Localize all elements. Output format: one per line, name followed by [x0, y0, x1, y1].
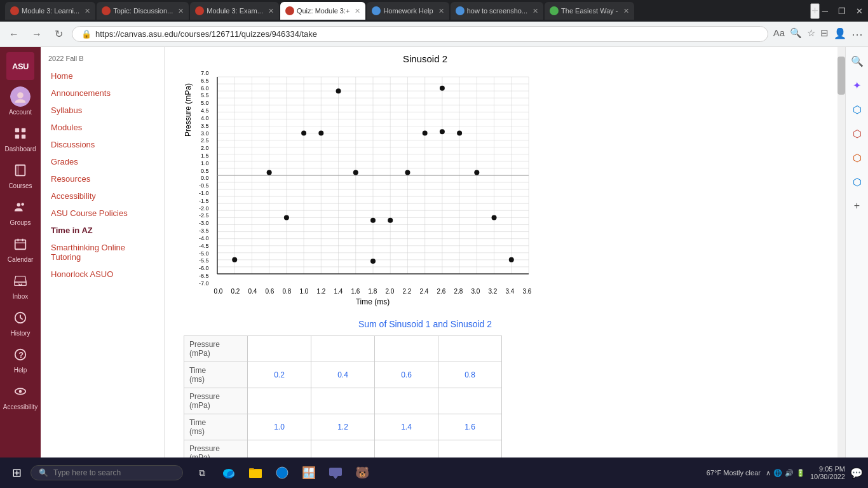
- table-value-cell[interactable]: 1.6: [438, 414, 502, 440]
- bing-star-icon[interactable]: ✦: [848, 76, 866, 94]
- table-value-cell[interactable]: 0.8: [438, 362, 502, 388]
- sidebar-item-courses[interactable]: Courses: [0, 156, 41, 193]
- favorites-icon[interactable]: ☆: [807, 27, 815, 41]
- forward-button[interactable]: →: [28, 26, 46, 43]
- svg-point-0: [17, 92, 24, 98]
- content-area[interactable]: Sinusoid 2 Pressure (mPa) 7.06.56.05.55.…: [165, 47, 845, 488]
- browser-tab-tab4[interactable]: Quiz: Module 3:+ ✕: [280, 2, 365, 20]
- browser-tab-tab6[interactable]: how to screensho... ✕: [451, 2, 543, 20]
- browser-tab-tab2[interactable]: Topic: Discussion... ✕: [97, 2, 189, 20]
- table-value-cell[interactable]: 0.6: [375, 362, 438, 388]
- course-nav-link-announcements[interactable]: Announcements: [41, 85, 164, 102]
- search-icon: 🔍: [39, 468, 48, 477]
- file-explorer-icon[interactable]: [244, 461, 267, 484]
- course-nav-link-syllabus[interactable]: Syllabus: [41, 102, 164, 119]
- chevron-up-icon[interactable]: ∧: [766, 469, 771, 477]
- sidebar-label-dashboard: Dashboard: [5, 146, 36, 152]
- course-nav-link-smarthinking-online-tutoring[interactable]: Smarthinking Online Tutoring: [41, 239, 164, 266]
- sidebar-item-inbox[interactable]: Inbox: [0, 267, 41, 304]
- close-button[interactable]: ✕: [856, 6, 863, 16]
- edge-taskbar-icon[interactable]: [217, 461, 240, 484]
- table-value-cell[interactable]: 1.4: [375, 414, 438, 440]
- start-button[interactable]: ⊞: [5, 461, 28, 484]
- sidebar-item-help[interactable]: ? Help: [0, 341, 41, 377]
- y-axis-label: Pressure (mPa): [184, 71, 196, 149]
- table-value-cell[interactable]: 1.2: [311, 414, 375, 440]
- sidebar-item-groups[interactable]: Groups: [0, 193, 41, 230]
- sidebar-item-accessibility[interactable]: Accessibility: [0, 377, 41, 414]
- microsoft-teams-icon[interactable]: ⬡: [848, 125, 866, 142]
- volume-icon[interactable]: 🔊: [785, 469, 794, 477]
- tab-close-tab7[interactable]: ✕: [623, 7, 629, 15]
- address-bar[interactable]: 🔒 https://canvas.asu.edu/courses/126711/…: [72, 26, 768, 42]
- sidebar-item-account[interactable]: Account: [0, 83, 41, 119]
- browser-tab-tab5[interactable]: Homework Help ✕: [367, 2, 449, 20]
- office-icon[interactable]: ⬡: [848, 149, 866, 166]
- course-nav-link-time-in-az[interactable]: Time in AZ: [41, 222, 164, 239]
- tab-close-tab1[interactable]: ✕: [85, 7, 90, 15]
- minimize-button[interactable]: ─: [822, 6, 828, 16]
- taskbar-search[interactable]: 🔍 Type here to search: [31, 465, 183, 480]
- back-button[interactable]: ←: [5, 26, 23, 43]
- maximize-button[interactable]: ❐: [838, 6, 846, 16]
- course-nav-link-grades[interactable]: Grades: [41, 153, 164, 170]
- outlook-icon[interactable]: ⬡: [848, 173, 866, 191]
- microsoft-edge-icon[interactable]: ⬡: [848, 100, 866, 118]
- course-nav-link-honorlock-asuo[interactable]: Honorlock ASUO: [41, 266, 164, 283]
- table-value-cell[interactable]: [438, 336, 502, 362]
- scrollbar-thumb[interactable]: [837, 57, 845, 95]
- table-value-cell[interactable]: 1.0: [248, 414, 311, 440]
- svg-rect-73: [249, 469, 262, 478]
- table-value-cell[interactable]: [311, 388, 375, 414]
- profile-icon[interactable]: 👤: [834, 27, 846, 41]
- browser-tab-tab7[interactable]: The Easiest Way - ✕: [545, 2, 634, 20]
- content-inner: Sinusoid 2 Pressure (mPa) 7.06.56.05.55.…: [165, 47, 686, 479]
- notification-icon[interactable]: 💬: [850, 467, 863, 479]
- course-nav-link-discussions[interactable]: Discussions: [41, 136, 164, 153]
- table-value-cell[interactable]: [311, 336, 375, 362]
- course-nav-link-accessibility[interactable]: Accessibility: [41, 187, 164, 205]
- browser-tab-tab1[interactable]: Module 3: Learni... ✕: [5, 2, 95, 20]
- browser-tab-tab3[interactable]: Module 3: Exam... ✕: [190, 2, 279, 20]
- y-tick-label: 6.5: [201, 78, 209, 84]
- data-dot: [422, 131, 427, 136]
- read-aloud-icon[interactable]: Aa: [773, 27, 785, 41]
- table-value-cell[interactable]: [248, 336, 311, 362]
- tab-close-tab6[interactable]: ✕: [532, 7, 538, 15]
- table-value-cell[interactable]: 0.4: [311, 362, 375, 388]
- reload-button[interactable]: ↻: [51, 25, 67, 43]
- bing-search-icon[interactable]: 🔍: [848, 52, 866, 70]
- new-tab-button[interactable]: +: [810, 3, 820, 19]
- tab-close-tab3[interactable]: ✕: [268, 7, 274, 15]
- course-nav-link-home[interactable]: Home: [41, 67, 164, 85]
- tab-close-tab4[interactable]: ✕: [355, 7, 360, 15]
- chat-icon[interactable]: [324, 461, 347, 484]
- course-nav-link-asu-course-policies[interactable]: ASU Course Policies: [41, 205, 164, 222]
- sidebar-item-calendar[interactable]: Calendar: [0, 230, 41, 267]
- table-value-cell[interactable]: [375, 336, 438, 362]
- collections-icon[interactable]: ⊟: [820, 27, 829, 41]
- network-icon[interactable]: 🌐: [773, 469, 782, 477]
- table-value-cell[interactable]: [438, 388, 502, 414]
- course-nav-link-modules[interactable]: Modules: [41, 119, 164, 136]
- table-value-cell[interactable]: [248, 388, 311, 414]
- tab-title: Module 3: Exam...: [207, 7, 263, 15]
- battery-icon[interactable]: 🔋: [796, 469, 805, 477]
- scrollbar-track[interactable]: [837, 47, 845, 488]
- store-icon[interactable]: 🪟: [297, 461, 320, 484]
- browser-taskbar-icon[interactable]: [271, 461, 294, 484]
- sidebar-item-history[interactable]: History: [0, 304, 41, 341]
- course-nav-link-resources[interactable]: Resources: [41, 170, 164, 187]
- chart-svg: [211, 71, 541, 287]
- add-icon[interactable]: +: [848, 197, 866, 215]
- table-value-cell[interactable]: [375, 388, 438, 414]
- sys-icons: ∧ 🌐 🔊 🔋: [766, 469, 805, 477]
- sidebar-item-dashboard[interactable]: Dashboard: [0, 119, 41, 156]
- task-view-button[interactable]: ⧉: [191, 461, 214, 484]
- tab-close-tab5[interactable]: ✕: [438, 7, 444, 15]
- weather-icon[interactable]: 🐻: [351, 461, 374, 484]
- search-icon[interactable]: 🔍: [790, 27, 802, 41]
- more-options-icon[interactable]: ⋯: [851, 27, 863, 41]
- table-value-cell[interactable]: 0.2: [248, 362, 311, 388]
- tab-close-tab2[interactable]: ✕: [178, 7, 184, 15]
